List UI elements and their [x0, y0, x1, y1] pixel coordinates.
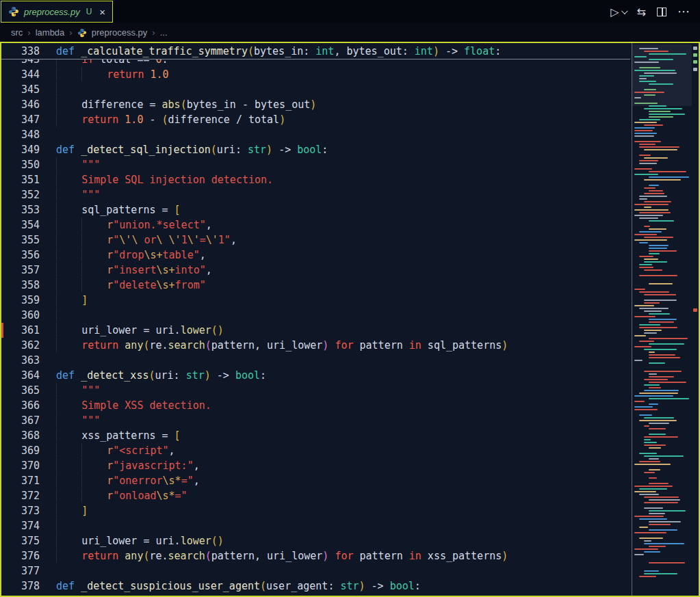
- code-line[interactable]: 370 r"javascript:",: [1, 458, 630, 473]
- code-line[interactable]: 377: [1, 563, 630, 579]
- compare-changes-button[interactable]: ⇆: [637, 5, 646, 18]
- code-text: r"<script",: [40, 443, 175, 458]
- code-line[interactable]: 372 r"onload\s*=": [1, 488, 630, 503]
- code-text: return any(re.search(pattern, uri_lower)…: [40, 548, 508, 563]
- ruler-mark: [693, 68, 697, 71]
- breadcrumb-separator: ›: [69, 27, 72, 38]
- code-text: Simple XSS detection.: [40, 398, 211, 413]
- breadcrumb-item-symbol[interactable]: ...: [160, 27, 168, 38]
- line-number: 366: [1, 398, 40, 413]
- code-line[interactable]: 369 r"<script",: [1, 443, 630, 458]
- line-number: 349: [1, 142, 40, 157]
- code-text: r"onerror\s*=",: [40, 473, 200, 488]
- code-line[interactable]: 346 difference = abs(bytes_in - bytes_ou…: [1, 97, 630, 112]
- code-line[interactable]: 357 r"insert\s+into",: [1, 263, 630, 278]
- breadcrumb-separator: ›: [152, 27, 155, 38]
- breadcrumb-item-lambda[interactable]: lambda: [36, 27, 65, 38]
- breadcrumb-item-file[interactable]: preprocess.py: [92, 27, 148, 38]
- code-line[interactable]: 374: [1, 518, 630, 533]
- code-line[interactable]: 343 if total == 0:: [1, 59, 630, 67]
- code-line[interactable]: 365 """: [1, 383, 630, 398]
- code-line[interactable]: 371 r"onerror\s*=",: [1, 473, 630, 488]
- code-text: """: [40, 157, 100, 172]
- line-number: 376: [1, 548, 40, 563]
- code-text: xss_patterns = [: [40, 428, 181, 443]
- code-text: r"insert\s+into",: [40, 263, 212, 278]
- code-line[interactable]: 352 """: [1, 187, 630, 202]
- code-line[interactable]: 360: [1, 308, 630, 323]
- code-text: def _detect_suspicious_user_agent(user_a…: [40, 579, 421, 594]
- line-number: 348: [1, 127, 40, 142]
- sticky-scroll-line[interactable]: 338 def _calculate_traffic_symmetry(byte…: [1, 43, 630, 59]
- code-line[interactable]: 367 """: [1, 413, 630, 428]
- code-text: if total == 0:: [40, 59, 168, 67]
- code-line[interactable]: 363: [1, 353, 630, 368]
- code-line[interactable]: 362 return any(re.search(pattern, uri_lo…: [1, 338, 630, 353]
- code-line[interactable]: 348: [1, 127, 630, 142]
- compare-icon: ⇆: [637, 5, 646, 18]
- code-line[interactable]: 347 return 1.0 - (difference / total): [1, 112, 630, 127]
- code-line[interactable]: 350 """: [1, 157, 630, 172]
- code-text: r"javascript:",: [40, 458, 200, 473]
- code-text: return 1.0: [40, 67, 169, 82]
- line-number: 338: [1, 44, 40, 59]
- close-icon[interactable]: ×: [99, 7, 105, 17]
- breadcrumb: src › lambda › preprocess.py › ...: [0, 23, 700, 42]
- breadcrumb-item-src[interactable]: src: [11, 27, 23, 38]
- run-python-file-button[interactable]: ▷: [610, 5, 625, 18]
- line-number: 347: [1, 112, 40, 127]
- line-number: 352: [1, 187, 40, 202]
- code-line[interactable]: 375 uri_lower = uri.lower(): [1, 533, 630, 548]
- code-line[interactable]: 361 uri_lower = uri.lower(): [1, 323, 630, 338]
- more-actions-button[interactable]: ⋯: [677, 4, 690, 19]
- code-text: r"drop\s+table",: [40, 248, 206, 263]
- code-line[interactable]: 354 r"union.*select",: [1, 217, 630, 233]
- code-line[interactable]: 358 r"delete\s+from": [1, 278, 630, 293]
- code-text: uri_lower = uri.lower(): [40, 533, 224, 548]
- editor-tab-bar: preprocess.py U × ▷ ⇆ ⋯: [0, 0, 700, 23]
- line-number: 375: [1, 533, 40, 548]
- code-viewport[interactable]: 343 if total == 0:344 return 1.0345346 d…: [1, 59, 630, 596]
- code-line[interactable]: 344 return 1.0: [1, 67, 630, 82]
- code-line[interactable]: 378def _detect_suspicious_user_agent(use…: [1, 579, 630, 594]
- code-text: def _detect_xss(uri: str) -> bool:: [40, 368, 266, 383]
- code-line[interactable]: 355 r"\'\ or\ \'1\'=\'1",: [1, 233, 630, 248]
- code-line[interactable]: 373 ]: [1, 503, 630, 518]
- code-text: uri_lower = uri.lower(): [40, 323, 224, 338]
- code-text: def _detect_sql_injection(uri: str) -> b…: [40, 142, 328, 157]
- git-change-marker: [1, 323, 3, 338]
- split-editor-button[interactable]: [657, 8, 666, 16]
- code-line[interactable]: 349def _detect_sql_injection(uri: str) -…: [1, 142, 630, 157]
- tab-preprocess-py[interactable]: preprocess.py U ×: [1, 1, 113, 23]
- minimap[interactable]: [632, 43, 692, 596]
- ruler-mark: [693, 60, 697, 64]
- line-number: 373: [1, 503, 40, 518]
- line-number: 351: [1, 172, 40, 187]
- line-number: 368: [1, 428, 40, 443]
- line-number: 345: [1, 82, 40, 97]
- line-number: 362: [1, 338, 40, 353]
- line-number: 371: [1, 473, 40, 488]
- line-number: 354: [1, 217, 40, 233]
- line-number: 361: [1, 323, 40, 338]
- code-line[interactable]: 353 sql_patterns = [: [1, 202, 630, 217]
- code-text: """: [40, 413, 100, 428]
- code-line[interactable]: 359 ]: [1, 293, 630, 308]
- code-line[interactable]: 376 return any(re.search(pattern, uri_lo…: [1, 548, 630, 563]
- python-icon: [8, 6, 19, 17]
- ellipsis-icon: ⋯: [677, 4, 690, 19]
- vscode-window: preprocess.py U × ▷ ⇆ ⋯ src › lambda ›: [0, 0, 700, 597]
- code-line[interactable]: 356 r"drop\s+table",: [1, 248, 630, 263]
- line-number: 369: [1, 443, 40, 458]
- code-line[interactable]: 345: [1, 82, 630, 97]
- code-text: difference = abs(bytes_in - bytes_out): [40, 97, 316, 112]
- code-line[interactable]: 351 Simple SQL injection detection.: [1, 172, 630, 187]
- code-text: """: [40, 187, 100, 202]
- line-number: 377: [1, 563, 40, 579]
- code-line[interactable]: 368 xss_patterns = [: [1, 428, 630, 443]
- code-text: [40, 518, 57, 533]
- code-line[interactable]: 364def _detect_xss(uri: str) -> bool:: [1, 368, 630, 383]
- code-line[interactable]: 366 Simple XSS detection.: [1, 398, 630, 413]
- line-number: 363: [1, 353, 40, 368]
- code-text: sql_patterns = [: [40, 202, 181, 217]
